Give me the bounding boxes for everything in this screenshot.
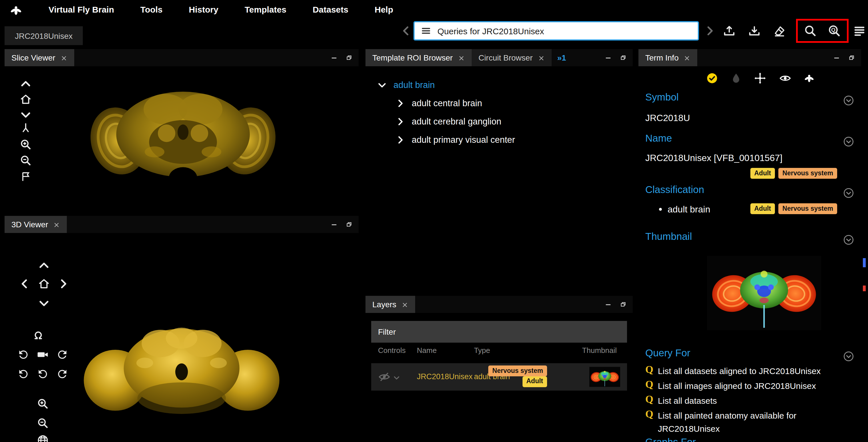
term-thumbnail-image[interactable] xyxy=(707,248,821,338)
close-icon[interactable] xyxy=(684,54,691,61)
tree-node-adult-brain[interactable]: adult brain xyxy=(366,76,435,94)
undo-icon[interactable] xyxy=(17,368,30,380)
maximize-icon[interactable] xyxy=(619,54,627,62)
chevron-right-icon[interactable] xyxy=(395,135,405,145)
zoom-in-icon[interactable] xyxy=(36,398,49,410)
eye-icon[interactable] xyxy=(779,72,792,85)
center-target-icon[interactable] xyxy=(754,72,766,85)
tab-layers[interactable]: Layers xyxy=(366,296,415,313)
zoom-out-icon[interactable] xyxy=(36,417,49,430)
chevron-up-icon[interactable] xyxy=(38,259,50,272)
zoom-in-icon[interactable] xyxy=(20,138,32,151)
maximize-icon[interactable] xyxy=(619,301,627,308)
close-icon[interactable] xyxy=(401,301,408,308)
check-circle-icon[interactable] xyxy=(706,72,718,85)
history-back-icon[interactable] xyxy=(400,24,412,38)
nav-item-templates[interactable]: Templates xyxy=(231,5,300,14)
page-scrollbar[interactable] xyxy=(861,49,868,442)
reset-icon[interactable] xyxy=(36,368,49,380)
droplet-icon[interactable] xyxy=(730,72,742,85)
chevron-right-icon[interactable] xyxy=(395,98,405,108)
collapse-chevron-icon[interactable] xyxy=(843,187,854,199)
nav-item-tools[interactable]: Tools xyxy=(127,5,176,14)
collapse-chevron-icon[interactable] xyxy=(843,95,854,106)
hamburger-icon[interactable] xyxy=(420,25,432,36)
chevron-down-icon[interactable] xyxy=(393,374,400,381)
query-link[interactable]: Q List all images aligned to JRC2018Unis… xyxy=(645,379,816,392)
maximize-icon[interactable] xyxy=(345,220,353,228)
query-link[interactable]: Q List all datasets xyxy=(645,394,717,407)
nav-item-datasets[interactable]: Datasets xyxy=(300,5,362,14)
search-icon[interactable] xyxy=(802,23,819,39)
chevron-down-icon[interactable] xyxy=(20,108,32,121)
redo-icon[interactable] xyxy=(56,368,68,380)
tree-node-label[interactable]: adult central brain xyxy=(412,98,482,108)
upload-icon[interactable] xyxy=(721,23,738,39)
layer-name-link[interactable]: JRC2018Unisex xyxy=(417,372,472,381)
session-tab[interactable]: JRC2018Unisex xyxy=(5,26,83,45)
nav-item-history[interactable]: History xyxy=(176,5,231,14)
download-icon[interactable] xyxy=(746,23,763,39)
collapse-chevron-icon[interactable] xyxy=(843,234,854,246)
clear-all-icon[interactable] xyxy=(771,23,788,39)
tree-node-adult-cerebral-ganglion[interactable]: adult cerebral ganglion xyxy=(366,113,501,130)
maximize-icon[interactable] xyxy=(345,54,353,62)
chevron-left-icon[interactable] xyxy=(18,278,31,290)
tab-slice-viewer[interactable]: Slice Viewer xyxy=(5,49,74,66)
minimize-icon[interactable] xyxy=(833,54,841,62)
close-icon[interactable] xyxy=(53,221,60,228)
tree-node-adult-primary-visual-center[interactable]: adult primary visual center xyxy=(366,131,515,149)
tab-template-roi-browser[interactable]: Template ROI Browser xyxy=(366,49,472,66)
query-link[interactable]: Q List all datasets aligned to JRC2018Un… xyxy=(645,364,820,378)
minimize-icon[interactable] xyxy=(330,54,338,62)
zoom-out-icon[interactable] xyxy=(20,154,32,167)
chevron-down-icon[interactable] xyxy=(377,80,387,90)
visibility-eye-slash-icon[interactable] xyxy=(378,371,391,383)
tab-3d-viewer[interactable]: 3D Viewer xyxy=(5,216,67,233)
close-icon[interactable] xyxy=(458,54,465,61)
tab-circuit-browser[interactable]: Circuit Browser xyxy=(472,49,552,66)
layers-filter-input[interactable]: Filter xyxy=(371,321,627,343)
vfb-logo-icon[interactable] xyxy=(5,3,27,18)
chevron-down-icon[interactable] xyxy=(38,297,50,310)
minimize-icon[interactable] xyxy=(604,54,612,62)
collapse-chevron-icon[interactable] xyxy=(843,351,854,362)
rotate-ccw-icon[interactable] xyxy=(17,348,30,361)
home-icon[interactable] xyxy=(20,93,32,106)
tree-node-label[interactable]: adult primary visual center xyxy=(412,135,515,145)
tree-node-adult-central-brain[interactable]: adult central brain xyxy=(366,95,482,112)
collapse-chevron-icon[interactable] xyxy=(843,136,854,147)
globe-icon[interactable] xyxy=(36,434,49,442)
probe-icon[interactable] xyxy=(20,122,32,134)
layer-row[interactable]: JRC2018Unisex adult brain Nervous system… xyxy=(371,363,627,390)
maximize-icon[interactable] xyxy=(847,54,856,62)
close-icon[interactable] xyxy=(61,54,67,61)
rotate-cw-icon[interactable] xyxy=(56,348,68,361)
nav-item-virtual-fly-brain[interactable]: Virtual Fly Brain xyxy=(35,5,127,14)
classification-item[interactable]: adult brain xyxy=(659,204,710,215)
chevron-right-icon[interactable] xyxy=(395,117,405,127)
chevron-up-icon[interactable] xyxy=(20,78,32,90)
query-search-icon[interactable] xyxy=(826,23,843,39)
camera-icon[interactable] xyxy=(36,348,49,361)
chevron-right-icon[interactable] xyxy=(57,278,70,290)
minimize-icon[interactable] xyxy=(330,220,338,228)
tab-term-info[interactable]: Term Info xyxy=(639,49,698,66)
query-link[interactable]: Q List all painted anatomy available for… xyxy=(645,409,846,436)
section-flag-icon[interactable] xyxy=(20,170,32,183)
home-icon[interactable] xyxy=(38,278,50,290)
fly-brain-icon[interactable] xyxy=(803,72,815,85)
nav-item-help[interactable]: Help xyxy=(362,5,406,14)
search-input[interactable]: Queries for JRC2018Unisex xyxy=(413,21,699,40)
tree-node-label[interactable]: adult cerebral ganglion xyxy=(412,117,501,127)
classification-link[interactable]: adult brain xyxy=(668,204,710,214)
rotate-icon[interactable] xyxy=(32,329,44,342)
minimize-icon[interactable] xyxy=(604,301,612,308)
slice-viewer-canvas[interactable] xyxy=(5,66,359,210)
3d-viewer-canvas[interactable] xyxy=(5,233,359,442)
tree-node-label[interactable]: adult brain xyxy=(394,80,435,90)
tab-overflow-counter[interactable]: »1 xyxy=(551,49,571,66)
history-forward-icon[interactable] xyxy=(704,24,716,38)
close-icon[interactable] xyxy=(538,54,545,61)
results-list-icon[interactable] xyxy=(851,23,868,39)
